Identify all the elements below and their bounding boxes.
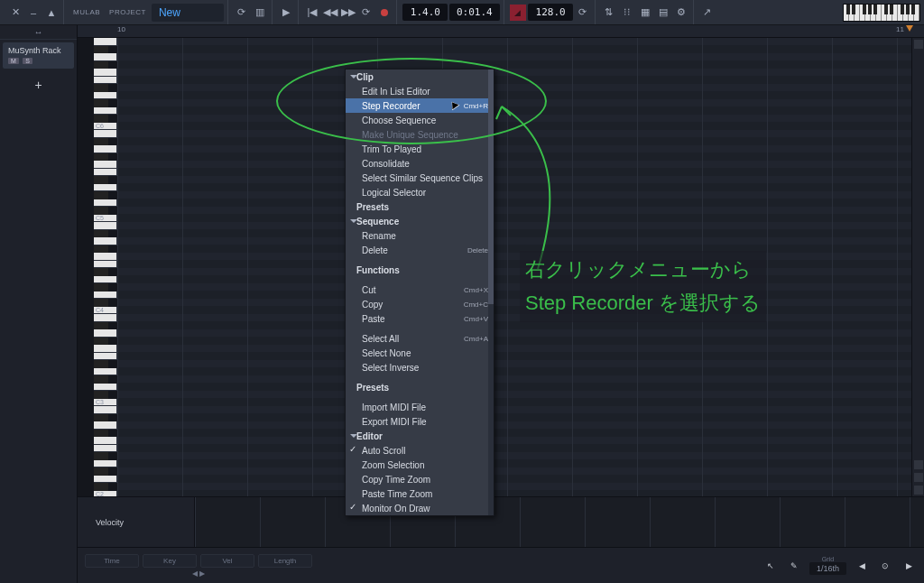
top-toolbar: ✕ – ▲ MULAB PROJECT New ⟳ ▥ ▶ |◀ ◀◀ ▶▶ ⟳… [0,0,924,25]
add-track-button[interactable]: + [3,74,74,96]
project-label: PROJECT [106,8,150,16]
cm-zoom-selection[interactable]: Zoom Selection [346,458,494,472]
end-marker-icon[interactable] [906,25,913,32]
go-to-start-button[interactable]: |◀ [304,5,320,21]
cm-rename[interactable]: Rename [346,228,494,243]
note-grid[interactable] [117,38,911,496]
param-key[interactable]: Key [143,554,197,568]
arrow-right-icon[interactable]: ↗ [699,5,716,21]
cm-scrollbar[interactable] [488,69,494,515]
grid-caption: Grid [809,556,846,562]
cm-select-all[interactable]: Select AllCmd+A [346,331,494,346]
editor-footer: Time Key Vel Length ◀▶ ↖ ✎ Grid 1/16th ◀… [78,547,924,583]
cm-section-presets-1[interactable]: Presets [346,199,494,214]
loop-button[interactable]: ⟳ [358,5,374,21]
cm-export-midi[interactable]: Export MIDI File [346,414,494,429]
tempo-display[interactable]: 128.0 [528,4,573,21]
minimize-button[interactable]: – [25,5,42,21]
grid-value[interactable]: 1/16th [809,562,846,575]
position-time-display[interactable]: 0:01.4 [449,4,500,21]
cm-monitor-on-draw[interactable]: Monitor On Draw [346,501,494,515]
cm-trim-to-played[interactable]: Trim To Played [346,142,494,156]
cm-select-none[interactable]: Select None [346,346,494,360]
track-panel-header: ↔ [0,25,77,40]
scroll-down-button[interactable] [914,460,923,469]
tempo-sync-icon[interactable]: ⟳ [575,5,591,21]
track-item[interactable]: MuSynth Rack M S [3,42,74,69]
scroll-right-icon[interactable]: ▶ [199,569,205,578]
velocity-label: Velocity [78,497,195,547]
chevron-up-icon[interactable]: ▲ [43,5,60,21]
piano-roll-editor: 10 11 C6C5C4C3C2 Velocity T [78,25,924,583]
cm-section-presets-2[interactable]: Presets [346,380,494,394]
cm-step-recorder-shortcut: Cmd+R [464,102,488,110]
track-panel: ↔ MuSynth Rack M S + [0,25,78,583]
list-view-icon[interactable]: ▤ [655,5,671,21]
velocity-grid[interactable] [195,497,924,547]
zoom-out-button[interactable] [914,486,923,495]
cm-section-sequence[interactable]: Sequence [346,214,494,228]
cm-cut[interactable]: CutCmd+X [346,282,494,297]
cm-paste-time-zoom[interactable]: Paste Time Zoom [346,486,494,501]
gear-icon[interactable]: ⚙ [673,5,689,21]
sync-icon[interactable]: ⟳ [234,5,250,21]
cm-section-clip[interactable]: Clip [346,69,494,84]
cm-delete[interactable]: Delete Delete [346,243,494,257]
position-bar-display[interactable]: 1.4.0 [402,4,448,21]
pointer-tool-icon[interactable]: ↖ [762,558,779,574]
app-label: MULAB [69,8,104,16]
param-time[interactable]: Time [85,554,139,568]
track-name: MuSynth Rack [8,46,69,55]
metronome-icon[interactable]: ◢ [510,5,526,21]
mini-keyboard[interactable] [843,4,920,22]
cm-step-recorder[interactable]: Step Recorder Cmd+R [346,98,494,113]
cm-edit-in-list[interactable]: Edit In List Editor [346,84,494,98]
cm-section-functions[interactable]: Functions [346,263,494,277]
panel-toggle-icon[interactable]: ▥ [252,5,268,21]
timeline-ruler[interactable]: 10 11 [78,25,924,38]
param-vel[interactable]: Vel [200,554,254,568]
zoom-out-h-icon[interactable]: ◀ [854,558,870,574]
cm-copy-time-zoom[interactable]: Copy Time Zoom [346,472,494,486]
ruler-tick: 11 [896,25,904,33]
cm-import-midi[interactable]: Import MIDI File [346,400,494,414]
close-button[interactable]: ✕ [7,5,23,21]
rewind-button[interactable]: ◀◀ [322,5,338,21]
cm-section-editor[interactable]: Editor [346,429,494,443]
forward-button[interactable]: ▶▶ [340,5,356,21]
grid-view-icon[interactable]: ▦ [637,5,653,21]
record-button[interactable] [376,5,393,21]
cm-select-inverse[interactable]: Select Inverse [346,360,494,375]
cm-logical-selector[interactable]: Logical Selector [346,185,494,199]
pencil-tool-icon[interactable]: ✎ [786,558,802,574]
solo-tag[interactable]: S [23,58,32,64]
scroll-end-cap [911,38,924,496]
zoom-in-button[interactable] [914,473,923,482]
mixer-icon[interactable]: ⁝⁝ [619,5,635,21]
cm-select-similar[interactable]: Select Similar Sequence Clips [346,171,494,185]
zoom-in-h-icon[interactable]: ▶ [901,558,917,574]
cm-make-unique[interactable]: Make Unique Sequence [346,127,494,142]
zoom-fit-icon[interactable]: ⊙ [877,558,893,574]
cm-paste[interactable]: PasteCmd+V [346,311,494,326]
context-menu: Clip Edit In List Editor Step Recorder C… [345,69,494,516]
param-length[interactable]: Length [258,554,312,568]
cm-choose-sequence[interactable]: Choose Sequence [346,113,494,127]
ruler-tick: 10 [117,25,125,33]
mute-tag[interactable]: M [8,58,19,64]
cm-delete-shortcut: Delete [467,246,488,254]
settings-a-icon[interactable]: ⇅ [601,5,617,21]
record-icon [381,9,388,16]
cm-auto-scroll[interactable]: Auto Scroll [346,443,494,458]
project-name-field[interactable]: New [152,4,224,22]
cm-copy[interactable]: CopyCmd+C [346,297,494,311]
play-button[interactable]: ▶ [278,5,294,21]
piano-keyboard[interactable]: C6C5C4C3C2 [78,38,117,496]
cm-consolidate[interactable]: Consolidate [346,156,494,171]
velocity-lane: Velocity [78,496,924,547]
scroll-left-icon[interactable]: ◀ [192,569,198,578]
scroll-up-button[interactable] [914,40,923,49]
